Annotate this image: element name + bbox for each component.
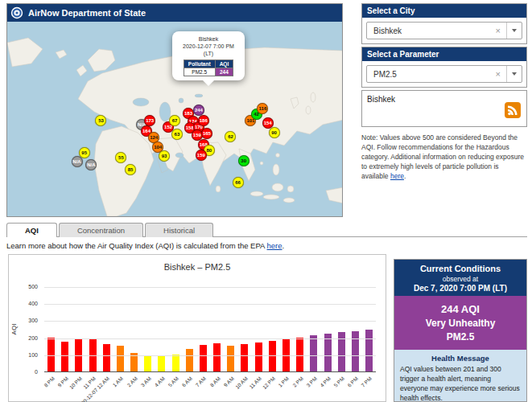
aqi-bar[interactable] <box>117 346 124 371</box>
note-body: Note: Values above 500 are considered Be… <box>361 133 524 180</box>
note-here-link[interactable]: here <box>390 172 404 180</box>
popup-tip <box>203 80 214 86</box>
aqi-bar[interactable] <box>61 342 68 371</box>
tab-bar: AQIConcentrationHistorical <box>6 223 527 237</box>
gridline <box>44 321 376 322</box>
popup-lt: (LT) <box>175 50 241 57</box>
popup-pollutant-value: PM2.5 <box>184 68 215 76</box>
dos-seal-icon <box>10 6 23 19</box>
aqi-marker[interactable]: 30 <box>238 155 250 166</box>
aqi-bar[interactable] <box>365 330 373 371</box>
learn-more-here-link[interactable]: here <box>267 241 282 250</box>
tab-historical[interactable]: Historical <box>145 223 213 237</box>
y-tick-label: 100 <box>16 352 38 358</box>
cc-pollutant: PM2.5 <box>398 331 523 343</box>
select-parameter-header: Select a Parameter <box>362 47 526 61</box>
aqi-marker[interactable]: 165 <box>201 128 212 139</box>
parameter-dropdown-arrow-icon[interactable] <box>506 66 522 82</box>
popup-pollutant-header: Pollutant <box>184 60 215 68</box>
cc-header: Current Conditions observed at Dec 7, 20… <box>394 260 526 296</box>
chart-y-axis-label: AQI <box>10 324 18 335</box>
rss-city-label: Bishkek <box>367 95 395 104</box>
learn-more-text: Learn more about how the Air Quality Ind… <box>6 241 267 250</box>
aqi-marker[interactable]: 93 <box>159 150 170 162</box>
current-conditions-panel: Current Conditions observed at Dec 7, 20… <box>394 259 527 402</box>
aqi-bar[interactable] <box>324 334 332 371</box>
parameter-select[interactable]: PM2.5 × <box>366 65 522 83</box>
cc-observed-datetime: Dec 7, 2020 7:00 PM (LT) <box>397 284 524 293</box>
popup-city: Bishkek <box>175 35 241 43</box>
cc-aqi-block: 244 AQI Very Unhealthy PM2.5 <box>394 296 526 350</box>
popup-aqi-value: 244 <box>215 68 233 76</box>
y-tick-label: 400 <box>16 301 38 306</box>
aqi-bar[interactable] <box>186 349 193 371</box>
aqi-marker[interactable]: 186 <box>198 115 209 126</box>
city-select[interactable]: Bishkek × <box>366 22 522 39</box>
aqi-marker[interactable]: 63 <box>171 129 183 140</box>
aqi-bar[interactable] <box>158 356 165 371</box>
chart-x-axis: 8 PM9 PM10 PM11 PM2020-12-07 12 AM1 AM2 … <box>44 373 376 402</box>
cc-aqi-value: 244 AQI <box>398 303 523 315</box>
aqi-marker[interactable]: 116 <box>257 103 268 114</box>
y-tick-label: 200 <box>16 335 38 341</box>
aqi-bar[interactable] <box>200 345 207 371</box>
world-map[interactable]: 5395N/AN/A5585N/A17316412410493152676318… <box>7 22 342 216</box>
y-tick-label: 500 <box>16 284 38 289</box>
aqi-bar[interactable] <box>103 344 110 371</box>
aqi-marker[interactable]: 173 <box>144 115 155 126</box>
aqi-marker[interactable]: 53 <box>95 115 106 126</box>
cc-health-message: AQI values between 201 and 300 trigger a… <box>400 365 521 402</box>
select-parameter-panel: Select a Parameter PM2.5 × <box>361 47 527 88</box>
cc-health-block: Health Message AQI values between 201 an… <box>394 350 526 402</box>
gridline <box>44 287 376 288</box>
learn-more: Learn more about how the Air Quality Ind… <box>6 241 284 250</box>
map-popup: Bishkek 2020-12-07 7:00 PM (LT) Pollutan… <box>172 31 245 80</box>
aqi-bar[interactable] <box>213 343 221 371</box>
aqi-bar[interactable] <box>255 343 262 371</box>
aqi-marker[interactable]: N/A <box>85 159 97 170</box>
aqi-marker[interactable]: 55 <box>115 152 126 163</box>
aqi-marker[interactable]: 90 <box>269 127 280 138</box>
cc-title: Current Conditions <box>397 264 524 273</box>
cc-observed-label: observed at <box>397 275 524 283</box>
aqi-bar[interactable] <box>144 355 151 371</box>
chart-title: Bishkek – PM2.5 <box>9 262 386 272</box>
chart-bars <box>44 287 376 371</box>
note-text: Note: Values above 500 are considered Be… <box>361 133 527 181</box>
chart-panel: Bishkek – PM2.5 AQI 0100200300400500 8 P… <box>8 254 386 402</box>
tab-aqi[interactable]: AQI <box>6 223 57 237</box>
city-dropdown-arrow-icon[interactable] <box>506 23 522 39</box>
aqi-bar[interactable] <box>47 338 55 371</box>
y-tick-label: 300 <box>16 318 38 323</box>
note-suffix: . <box>404 172 406 180</box>
select-city-header: Select a City <box>362 4 526 18</box>
aqi-marker[interactable]: 62 <box>225 131 236 142</box>
popup-datetime: 2020-12-07 7:00 PM <box>175 43 241 50</box>
aqi-marker[interactable]: N/A <box>72 156 83 167</box>
aqi-marker[interactable]: 67 <box>169 115 180 126</box>
parameter-clear-icon[interactable]: × <box>496 69 501 79</box>
aqi-bar[interactable] <box>227 346 234 371</box>
aqi-marker[interactable]: 159 <box>196 150 207 161</box>
city-clear-icon[interactable]: × <box>496 26 501 35</box>
aqi-bar[interactable] <box>310 335 317 371</box>
gridline <box>44 355 376 356</box>
select-city-panel: Select a City Bishkek × <box>361 3 527 44</box>
popup-aqi-header: AQI <box>215 60 233 68</box>
rss-icon[interactable] <box>505 102 521 121</box>
map-header: AirNow Department of State <box>7 4 342 22</box>
aqi-bar[interactable] <box>241 344 248 371</box>
app-title: AirNow Department of State <box>28 8 146 18</box>
parameter-select-value: PM2.5 <box>373 70 397 79</box>
aqi-bar[interactable] <box>296 338 303 371</box>
city-select-value: Bishkek <box>373 27 402 35</box>
popup-table: Pollutant AQI PM2.5 244 <box>184 59 233 76</box>
aqi-bar[interactable] <box>172 355 179 371</box>
aqi-marker[interactable]: 244 <box>193 105 204 116</box>
gridline <box>44 304 376 305</box>
tab-concentration[interactable]: Concentration <box>59 223 143 237</box>
aqi-marker[interactable]: 85 <box>125 164 136 175</box>
aqi-bar[interactable] <box>269 341 276 371</box>
aqi-marker[interactable]: 66 <box>233 177 244 188</box>
cc-aqi-category: Very Unhealthy <box>398 318 523 329</box>
